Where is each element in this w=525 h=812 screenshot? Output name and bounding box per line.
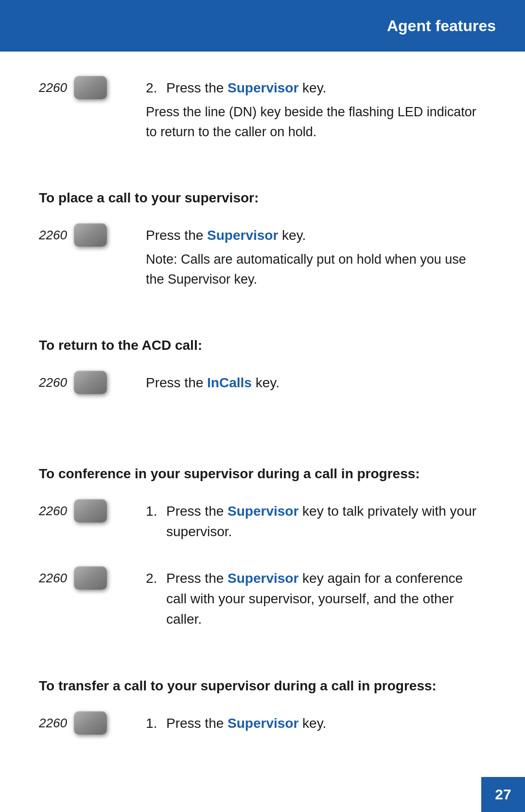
instruction-text-conf-2: 2. Press the Supervisor key again for a … [146, 566, 486, 630]
instruction-row-conf-2: 2260 2. Press the Supervisor key again f… [39, 566, 486, 630]
page-number: 27 [495, 786, 511, 803]
section-heading-conference: To conference in your supervisor during … [39, 466, 486, 482]
acd-main-text: Press the InCalls key. [146, 375, 280, 390]
conf-step1-text: Press the Supervisor key to talk private… [166, 501, 486, 542]
phone-label: 2260 [39, 80, 67, 95]
instruction-row-place: 2260 Press the Supervisor key. Note: Cal… [39, 223, 486, 289]
instruction-row-acd: 2260 Press the InCalls key. [39, 371, 486, 394]
numbered-instruction: 1. Press the Supervisor key. [146, 713, 486, 734]
instruction-row-transfer-1: 2260 1. Press the Supervisor key. [39, 711, 486, 735]
phone-button-icon [74, 223, 107, 247]
section-heading-acd: To return to the ACD call: [39, 338, 486, 353]
phone-button-icon [74, 566, 107, 590]
step-num: 2. [146, 78, 161, 98]
instruction-text-place: Press the Supervisor key. Note: Calls ar… [146, 223, 486, 289]
supervisor-link: Supervisor [228, 571, 298, 586]
section-heading-transfer: To transfer a call to your supervisor du… [39, 678, 486, 694]
phone-label: 2260 [39, 716, 67, 731]
instruction-row: 2260 2. Press the Supervisor key. Press … [39, 76, 486, 142]
phone-label: 2260 [39, 571, 67, 586]
page-number-block: 27 [481, 777, 525, 812]
phone-label: 2260 [39, 375, 67, 390]
phone-button-icon [74, 76, 107, 99]
instruction-text-conf-1: 1. Press the Supervisor key to talk priv… [146, 499, 486, 542]
instruction-text-transfer-1: 1. Press the Supervisor key. [146, 711, 486, 734]
phone-block: 2260 [39, 499, 146, 523]
supervisor-link: Supervisor [228, 504, 298, 519]
page-title: Agent features [387, 17, 496, 35]
step-text: Press the Supervisor key. [166, 78, 326, 98]
section-heading-place-call: To place a call to your supervisor: [39, 190, 486, 206]
phone-button-icon [74, 371, 107, 394]
phone-block: 2260 [39, 371, 146, 394]
header-bar: Agent features [0, 0, 525, 52]
step-num: 1. [146, 713, 161, 734]
phone-label: 2260 [39, 504, 67, 519]
phone-block: 2260 [39, 223, 146, 247]
phone-button-icon [74, 711, 107, 735]
note-text: Press the line (DN) key beside the flash… [146, 102, 486, 142]
numbered-instruction: 2. Press the Supervisor key again for a … [146, 568, 486, 630]
supervisor-link: Supervisor [228, 80, 298, 95]
instruction-text-acd: Press the InCalls key. [146, 371, 486, 393]
step-num: 2. [146, 568, 161, 589]
numbered-instruction: 1. Press the Supervisor key to talk priv… [146, 501, 486, 542]
main-content: 2260 2. Press the Supervisor key. Press … [0, 52, 525, 789]
instruction-row-conf-1: 2260 1. Press the Supervisor key to talk… [39, 499, 486, 542]
phone-block: 2260 [39, 76, 146, 99]
phone-block: 2260 [39, 566, 146, 590]
place-main-text: Press the Supervisor key. [146, 228, 306, 243]
supervisor-link: Supervisor [207, 228, 278, 243]
incalls-link: InCalls [207, 375, 252, 390]
phone-block: 2260 [39, 711, 146, 735]
phone-button-icon [74, 499, 107, 523]
numbered-instruction: 2. Press the Supervisor key. [146, 78, 486, 98]
instruction-text: 2. Press the Supervisor key. Press the l… [146, 76, 486, 142]
phone-label: 2260 [39, 228, 67, 243]
note-place: Note: Calls are automatically put on hol… [146, 250, 486, 289]
transfer-step1-text: Press the Supervisor key. [166, 713, 326, 734]
supervisor-link: Supervisor [228, 716, 298, 731]
conf-step2-text: Press the Supervisor key again for a con… [166, 568, 486, 630]
step-num: 1. [146, 501, 161, 522]
